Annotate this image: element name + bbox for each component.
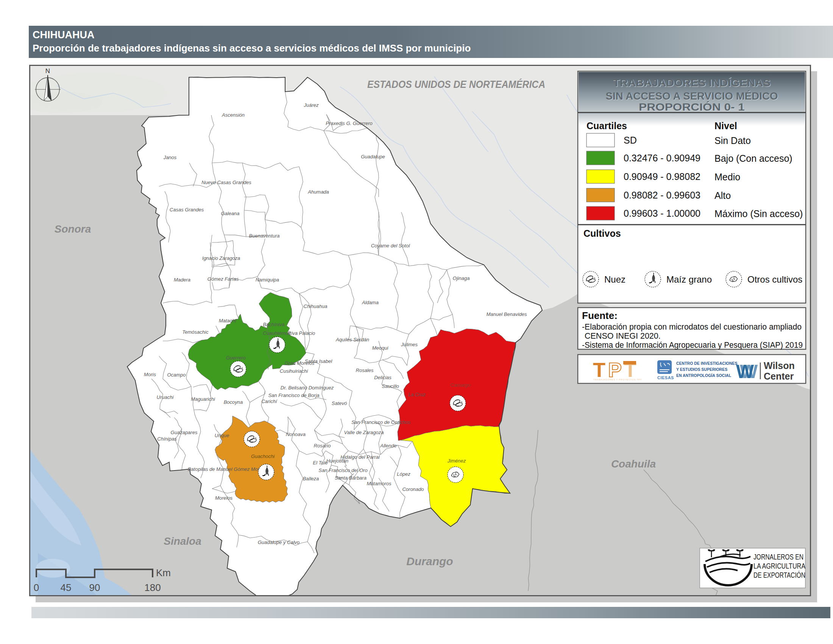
svg-text:Nuez: Nuez (604, 274, 626, 285)
svg-text:45: 45 (61, 582, 72, 593)
svg-text:Coyame del Sotol: Coyame del Sotol (371, 243, 410, 248)
svg-text:Máximo (Sin acceso): Máximo (Sin acceso) (714, 208, 803, 219)
svg-text:-Sistema de Información Agrope: -Sistema de Información Agropecuaria y P… (582, 341, 803, 349)
svg-text:Camargo: Camargo (450, 382, 470, 388)
svg-text:Matachí: Matachí (219, 318, 237, 324)
svg-text:Cultivos: Cultivos (584, 228, 621, 239)
svg-text:Riva Palacio: Riva Palacio (288, 330, 315, 336)
svg-text:Moris: Moris (144, 372, 156, 377)
svg-text:Namiquipa: Namiquipa (256, 277, 279, 283)
svg-text:Km: Km (156, 567, 171, 578)
svg-text:Saucillo: Saucillo (382, 383, 399, 389)
svg-text:Nuevo Casas Grandes: Nuevo Casas Grandes (201, 180, 251, 185)
svg-text:0.90949 - 0.98082: 0.90949 - 0.98082 (624, 171, 701, 182)
svg-text:JORNALEROS EN: JORNALEROS EN (754, 552, 804, 561)
svg-text:DE EXPORTACIÓN: DE EXPORTACIÓN (754, 570, 806, 579)
svg-text:CENSO INEGI 2020.: CENSO INEGI 2020. (585, 332, 661, 341)
svg-text:0.32476 - 0.90949: 0.32476 - 0.90949 (624, 153, 701, 163)
svg-text:Allende: Allende (380, 443, 396, 449)
svg-text:La Cruz: La Cruz (408, 392, 426, 398)
svg-text:Guadalupe: Guadalupe (361, 154, 385, 159)
svg-text:Guadalupe y Calvo: Guadalupe y Calvo (258, 539, 300, 545)
svg-text:Sinaloa: Sinaloa (164, 535, 201, 547)
svg-text:Ignacio Zaragoza: Ignacio Zaragoza (202, 255, 240, 261)
svg-text:Morelos: Morelos (215, 495, 233, 501)
svg-text:Juárez: Juárez (303, 102, 319, 108)
svg-text:Jiménez: Jiménez (447, 458, 466, 464)
svg-text:0.99603 - 1.00000: 0.99603 - 1.00000 (624, 208, 701, 219)
svg-text:ESTADOS UNIDOS DE NORTEAMÉRICA: ESTADOS UNIDOS DE NORTEAMÉRICA (367, 79, 545, 90)
svg-text:CIESAS: CIESAS (657, 375, 674, 380)
svg-text:Ascensión: Ascensión (222, 112, 244, 118)
svg-text:Center: Center (764, 371, 794, 382)
svg-text:Guachochi: Guachochi (251, 454, 275, 459)
svg-text:CENTRO DE INVESTIGACIONES: CENTRO DE INVESTIGACIONES (676, 361, 738, 365)
svg-text:TRABAJADORES INDÍGENAS: TRABAJADORES INDÍGENAS (613, 77, 770, 89)
svg-text:Chínipas: Chínipas (157, 436, 177, 442)
svg-text:Gómez Farías: Gómez Farías (207, 276, 239, 282)
svg-text:Bachíniva: Bachíniva (263, 322, 285, 327)
svg-text:Janos: Janos (163, 155, 177, 160)
svg-text:El Tule: El Tule (313, 460, 328, 465)
svg-text:Guazapares: Guazapares (171, 430, 198, 435)
svg-text:Sin Dato: Sin Dato (714, 135, 751, 146)
svg-text:SIN ACCESO A SERVICIO MÉDICO: SIN ACCESO A SERVICIO MÉDICO (606, 90, 778, 102)
svg-text:Valle de Zaragoza: Valle de Zaragoza (344, 430, 384, 435)
svg-text:0: 0 (34, 582, 39, 593)
svg-text:0.98082 - 0.99603: 0.98082 - 0.99603 (624, 190, 701, 200)
svg-text:Praxedis G. Guerrero: Praxedis G. Guerrero (326, 121, 373, 126)
svg-text:CHIHUAHUA: CHIHUAHUA (32, 29, 95, 40)
svg-text:Rosales: Rosales (356, 367, 374, 373)
svg-text:Coronado: Coronado (402, 486, 424, 492)
svg-text:T: T (593, 358, 605, 381)
svg-text:Uruachi: Uruachi (157, 394, 174, 400)
svg-text:SD: SD (624, 135, 637, 145)
svg-text:Ocampo: Ocampo (167, 372, 185, 378)
svg-text:Otros cultivos: Otros cultivos (748, 274, 802, 285)
svg-text:Aldama: Aldama (362, 299, 379, 305)
svg-text:Casas Grandes: Casas Grandes (170, 207, 204, 213)
svg-text:PROPORCIÓN 0- 1: PROPORCIÓN 0- 1 (639, 101, 745, 113)
svg-text:Batopilas de Manuel Gómez Morí: Batopilas de Manuel Gómez Morín (188, 466, 264, 472)
svg-text:Cusihuiriachi: Cusihuiriachi (280, 368, 309, 374)
svg-text:Coahuila: Coahuila (611, 458, 656, 470)
svg-text:Dr. Belisario Domínguez: Dr. Belisario Domínguez (281, 385, 334, 391)
svg-text:Santa Bárbara: Santa Bárbara (335, 475, 367, 481)
svg-text:Medio: Medio (714, 172, 740, 182)
svg-text:Durango: Durango (406, 555, 453, 567)
svg-text:Buenaventura: Buenaventura (249, 233, 280, 239)
svg-text:W: W (740, 361, 758, 382)
svg-text:Santa Isabel: Santa Isabel (305, 358, 333, 364)
svg-text:180: 180 (144, 582, 161, 593)
svg-text:Fuente:: Fuente: (582, 310, 618, 321)
svg-text:Nonoava: Nonoava (286, 431, 306, 437)
svg-text:EN ANTROPOLOGÍA SOCIAL: EN ANTROPOLOGÍA SOCIAL (676, 373, 732, 378)
svg-text:Bajo (Con acceso): Bajo (Con acceso) (714, 153, 793, 164)
svg-text:Nivel: Nivel (714, 121, 737, 131)
svg-text:Cuartiles: Cuartiles (587, 121, 627, 131)
svg-text:Ahumada: Ahumada (307, 189, 329, 195)
svg-text:López: López (397, 471, 410, 477)
svg-text:LA AGRICULTURA: LA AGRICULTURA (754, 562, 806, 570)
svg-text:Urique: Urique (215, 433, 229, 438)
svg-text:Ojinaga: Ojinaga (453, 275, 470, 281)
svg-text:Matamoros: Matamoros (367, 481, 391, 486)
svg-text:Manuel Benavides: Manuel Benavides (487, 311, 527, 317)
svg-text:Wilson: Wilson (764, 360, 795, 371)
svg-text:Balleza: Balleza (303, 476, 319, 481)
svg-text:90: 90 (89, 582, 100, 593)
svg-text:Delicias: Delicias (374, 375, 391, 380)
svg-text:Guerrero: Guerrero (226, 355, 246, 361)
svg-text:Galeana: Galeana (221, 211, 239, 216)
svg-text:Carichí: Carichí (261, 399, 278, 404)
svg-text:Y ESTUDIOS SUPERIORES: Y ESTUDIOS SUPERIORES (676, 367, 727, 372)
svg-text:Chihuahua: Chihuahua (304, 303, 328, 309)
svg-text:Rosario: Rosario (314, 443, 331, 449)
svg-text:Maíz grano: Maíz grano (666, 274, 712, 285)
svg-text:Sonora: Sonora (55, 223, 91, 235)
svg-text:San Francisco del Oro: San Francisco del Oro (318, 467, 367, 473)
svg-text:Aquiles Serdán: Aquiles Serdán (336, 337, 369, 343)
svg-text:Proporción de trabajadores ind: Proporción de trabajadores indígenas sin… (32, 42, 471, 54)
svg-text:Cuauhtémoc: Cuauhtémoc (263, 330, 291, 336)
svg-text:Bocoyna: Bocoyna (224, 399, 243, 405)
